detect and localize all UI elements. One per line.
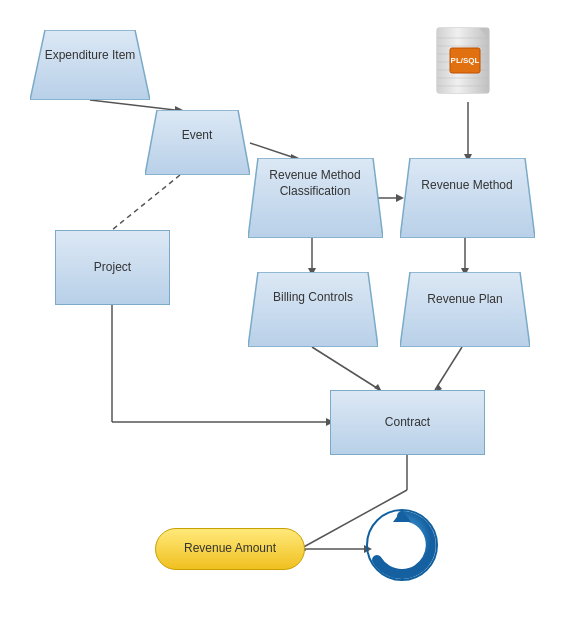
svg-marker-30 <box>400 272 530 347</box>
svg-line-11 <box>312 347 380 390</box>
svg-line-3 <box>250 143 295 158</box>
contract-node: Contract <box>330 390 485 455</box>
expenditure-item-node: Expenditure Item <box>30 30 150 100</box>
plsql-icon: PL/SQL <box>432 18 502 98</box>
svg-line-0 <box>90 100 175 110</box>
svg-marker-29 <box>248 272 378 347</box>
svg-line-2 <box>112 175 180 230</box>
svg-marker-25 <box>30 30 150 100</box>
billing-controls-node: Billing Controls <box>248 272 378 347</box>
revenue-plan-node: Revenue Plan <box>400 272 530 347</box>
svg-point-45 <box>384 522 403 539</box>
svg-marker-28 <box>400 158 535 238</box>
revenue-method-classification-node: Revenue Method Classification <box>248 158 383 238</box>
event-node: Event <box>145 110 250 175</box>
svg-text:PL/SQL: PL/SQL <box>451 56 480 65</box>
revenue-method-node: Revenue Method <box>400 158 535 238</box>
revenue-amount-node: Revenue Amount <box>155 528 305 570</box>
svg-line-13 <box>435 347 462 390</box>
diagram: Expenditure Item Event Project <box>0 0 576 624</box>
project-node: Project <box>55 230 170 305</box>
circle-arrow-icon <box>365 508 435 578</box>
